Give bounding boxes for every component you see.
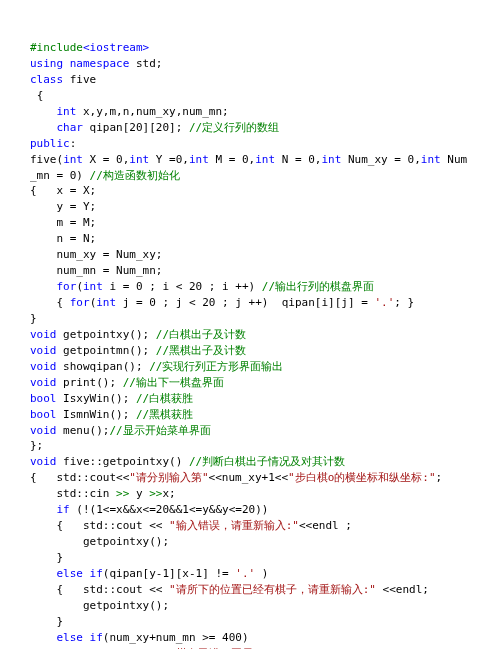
code-token: int (63, 153, 83, 166)
code-token: else if (57, 631, 103, 644)
code-token: bool (30, 392, 57, 405)
code-token (30, 121, 57, 134)
code-token: menu(); (57, 424, 110, 437)
code-token: x; (162, 487, 175, 500)
code-token: j = 0 ; j < 20 ; j ++) qipan[i][j] = (116, 296, 374, 309)
code-token: void (30, 424, 57, 437)
code-token: '.' (374, 296, 394, 309)
code-token: five (63, 73, 96, 86)
code-token: void (30, 344, 57, 357)
code-token: using namespace (30, 57, 129, 70)
code-token (30, 567, 57, 580)
code-token: ( (76, 280, 83, 293)
code-token: for (57, 280, 77, 293)
code-token: //白棋获胜 (136, 392, 193, 405)
code-token (30, 503, 57, 516)
code-block: #include<iostream> using namespace std; … (30, 40, 472, 649)
code-token: "请所下的位置已经有棋子，请重新输入:" (169, 583, 376, 596)
code-token: //定义行列的数组 (189, 121, 279, 134)
code-token: int (129, 153, 149, 166)
code-token: num_xy = Num_xy; (30, 248, 162, 261)
code-token: int (321, 153, 341, 166)
code-token: //判断白棋出子情况及对其计数 (189, 455, 345, 468)
code-token: Num_xy = 0, (341, 153, 420, 166)
code-token: for (70, 296, 90, 309)
code-token: void (30, 360, 57, 373)
code-token: void (30, 376, 57, 389)
code-token: { std::cout<< (30, 471, 129, 484)
code-token: five::getpointxy() (57, 455, 189, 468)
code-token: getpointxy(); (30, 535, 169, 548)
code-token: IsmnWin(); (57, 408, 136, 421)
code-token: "输入错误，请重新输入:" (169, 519, 299, 532)
code-token: i = 0 ; i < 20 ; i ++) (103, 280, 262, 293)
code-token: bool (30, 408, 57, 421)
code-token: <<endl ; (299, 519, 352, 532)
code-token: >> (109, 487, 129, 500)
code-token: //输出行列的棋盘界面 (262, 280, 374, 293)
code-token: N = 0, (275, 153, 321, 166)
code-token: int (83, 280, 103, 293)
code-token: ; } (394, 296, 414, 309)
code-token: <<num_xy+1<< (209, 471, 288, 484)
code-token (30, 280, 57, 293)
code-token: (qipan[y-1][x-1] != (103, 567, 235, 580)
code-token: }; (30, 439, 43, 452)
code-token: } (30, 615, 63, 628)
code-token: { std::cout << (30, 519, 169, 532)
code-token: x,y,m,n,num_xy,num_mn; (76, 105, 228, 118)
code-token: { (30, 89, 43, 102)
code-token: X = 0, (83, 153, 129, 166)
code-token: int (189, 153, 209, 166)
code-token: "请分别输入第" (129, 471, 208, 484)
code-token: //显示开始菜单界面 (109, 424, 210, 437)
code-token: int (57, 105, 77, 118)
code-token: five( (30, 153, 63, 166)
code-token: //实现行列正方形界面输出 (149, 360, 283, 373)
code-token: n = N; (30, 232, 96, 245)
code-token: int (421, 153, 441, 166)
code-token: //构造函数初始化 (90, 169, 180, 182)
code-token: getpointxy(); (30, 599, 169, 612)
code-token (30, 105, 57, 118)
code-token: Y =0, (149, 153, 189, 166)
code-token: num_mn = Num_mn; (30, 264, 162, 277)
code-token: M = 0, (209, 153, 255, 166)
code-token: getpointxy(); (57, 328, 156, 341)
code-token: //黑棋获胜 (136, 408, 193, 421)
code-token: ; (436, 471, 443, 484)
code-token: >> (149, 487, 162, 500)
code-token: } (30, 312, 37, 325)
code-token: //黑棋出子及计数 (156, 344, 246, 357)
code-token: showqipan(); (57, 360, 150, 373)
code-token: qipan[20][20]; (83, 121, 189, 134)
code-token: <iostream> (83, 41, 149, 54)
code-token: m = M; (30, 216, 96, 229)
code-token: ) (255, 567, 268, 580)
code-token: public (30, 137, 70, 150)
code-token: "步白棋o的横坐标和纵坐标:" (288, 471, 436, 484)
code-token: int (96, 296, 116, 309)
code-token: { x = X; (30, 184, 96, 197)
code-token: : (70, 137, 77, 150)
code-token: { std::cout << (30, 583, 169, 596)
code-token: std::cin (30, 487, 109, 500)
code-token: (num_xy+num_mn >= 400) (103, 631, 249, 644)
code-token: if (57, 503, 70, 516)
code-token: print(); (57, 376, 123, 389)
code-token: { (30, 296, 70, 309)
code-token: void (30, 328, 57, 341)
code-token: <<endl; (376, 583, 429, 596)
code-token: void (30, 455, 57, 468)
code-token: getpointmn(); (57, 344, 156, 357)
code-token: std; (129, 57, 162, 70)
code-token: char (57, 121, 84, 134)
code-token: (!(1<=x&&x<=20&&1<=y&&y<=20)) (70, 503, 269, 516)
code-token: class (30, 73, 63, 86)
code-token: } (30, 551, 63, 564)
code-token: y (129, 487, 149, 500)
code-token: //输出下一棋盘界面 (123, 376, 224, 389)
code-token: '.' (235, 567, 255, 580)
code-token: //白棋出子及计数 (156, 328, 246, 341)
code-token: y = Y; (30, 200, 96, 213)
